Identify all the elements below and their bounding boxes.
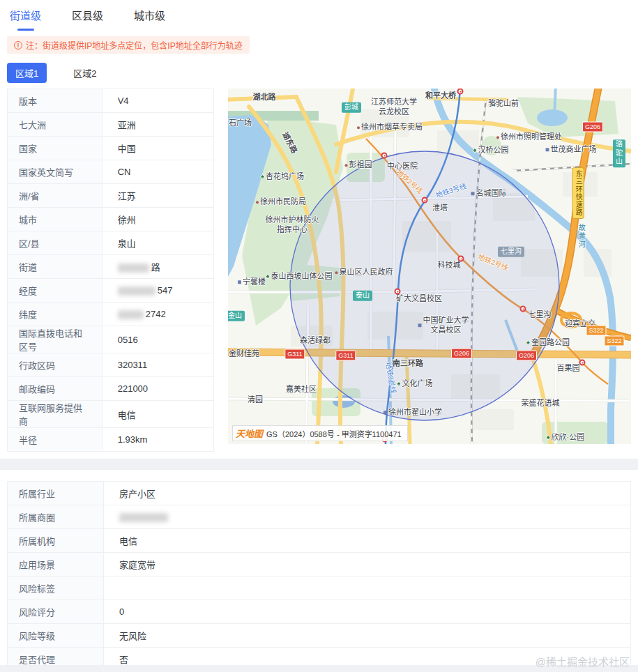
row-label: 洲/省	[8, 184, 102, 208]
info-table: 版本V4七大洲亚洲国家中国国家英文简写CN洲/省江苏城市徐州区/县泉山街道路经度…	[7, 89, 214, 452]
row-value: V4	[102, 89, 213, 113]
tab-城市级[interactable]: 城市级	[134, 8, 165, 31]
row-label: 街道	[8, 255, 102, 279]
table-row: 国际直拨电话和区号0516	[8, 326, 214, 353]
map-base-layer	[228, 89, 631, 444]
row-label: 区/县	[8, 231, 102, 255]
table-row: 经度547	[8, 279, 214, 303]
row-value: 1.93km	[102, 428, 213, 452]
row-label: 所属行业	[8, 482, 104, 505]
row-label: 邮政编码	[8, 377, 102, 401]
map-attribution: 天地图 GS（2024）0588号 - 甲测资字1100471	[232, 425, 408, 441]
table-row: 所属商圈	[8, 505, 631, 529]
tianditu-logo: 天地图	[236, 427, 263, 440]
row-value: 房产小区	[104, 482, 631, 505]
region-button[interactable]: 区域2	[65, 63, 105, 83]
metro-station-icon	[395, 289, 401, 295]
table-row: 国家中国	[8, 137, 214, 160]
row-label: 应用场景	[8, 553, 104, 576]
row-value: 亚洲	[102, 113, 213, 137]
detail-table: 所属行业房产小区所属商圈所属机构电信应用场景家庭宽带风险标签风险评分0风险等级无…	[7, 481, 631, 672]
content-row: 版本V4七大洲亚洲国家中国国家英文简写CN洲/省江苏城市徐州区/县泉山街道路经度…	[7, 89, 631, 452]
table-row: 七大洲亚洲	[8, 113, 214, 137]
tab-bar: 街道级区县级城市级	[0, 0, 638, 31]
table-row: 应用场景家庭宽带	[8, 553, 631, 576]
metro-station-icon	[458, 256, 464, 262]
row-value: 家庭宽带	[104, 553, 631, 576]
row-value	[104, 505, 631, 529]
row-value: CN	[102, 160, 213, 184]
row-label: 行政区码	[8, 353, 102, 377]
table-row: 风险标签	[8, 576, 631, 600]
metro-station-icon	[520, 306, 526, 312]
section-divider	[0, 459, 638, 470]
row-label: 风险评分	[8, 600, 104, 624]
table-row: 城市徐州	[8, 208, 214, 231]
row-label: 七大洲	[8, 113, 102, 137]
row-value: 547	[102, 279, 213, 303]
table-row: 互联网服务提供商电信	[8, 401, 214, 428]
metro-station-icon	[579, 360, 586, 366]
row-value: 320311	[102, 353, 213, 377]
row-label: 版本	[8, 89, 102, 113]
row-label: 风险标签	[8, 576, 104, 600]
table-row: 所属机构电信	[8, 529, 631, 553]
row-label: 纬度	[8, 303, 102, 326]
row-label: 经度	[8, 279, 102, 303]
redacted-value	[118, 287, 155, 296]
row-value: 徐州	[102, 208, 213, 231]
row-value: 电信	[102, 401, 213, 428]
metro-station-icon	[422, 197, 428, 204]
row-value: 中国	[102, 137, 213, 160]
radius-circle	[290, 151, 559, 420]
table-row: 区/县泉山	[8, 231, 214, 255]
table-row: 纬度2742	[8, 303, 214, 326]
map-canvas[interactable]: 湖北路寿石广场彭城江苏师范大学 云龙校区徐州市烟草专卖局湖东路彭祖园中心医院♠杏…	[228, 89, 631, 444]
table-row: 行政区码320311	[8, 353, 214, 377]
row-label: 国际直拨电话和区号	[8, 326, 102, 353]
row-label: 城市	[8, 208, 102, 231]
row-label: 国家英文简写	[8, 160, 102, 184]
row-label: 所属商圈	[8, 505, 104, 529]
table-row: 版本V4	[8, 89, 214, 113]
table-row: 风险评分0	[8, 600, 631, 624]
table-row: 所属行业房产小区	[8, 482, 631, 505]
table-row: 半径1.93km	[8, 428, 214, 452]
table-row: 国家英文简写CN	[8, 160, 214, 184]
table-row: 风险等级无风险	[8, 624, 631, 648]
row-value: 江苏	[102, 184, 213, 208]
row-value: 221000	[102, 377, 213, 401]
metro-station-icon	[381, 153, 388, 159]
row-label: 风险等级	[8, 624, 104, 648]
redacted-value	[119, 513, 168, 522]
row-label: 半径	[8, 428, 102, 452]
table-row: 街道路	[8, 255, 214, 279]
table-row: 洲/省江苏	[8, 184, 214, 208]
row-value: 电信	[104, 529, 631, 553]
row-label: 互联网服务提供商	[8, 401, 102, 428]
row-value: 0	[104, 600, 631, 624]
notice-bar: ! 注：街道级提供IP地址多点定位，包含IP地址全部行为轨迹	[7, 36, 250, 54]
notice-text: 注：街道级提供IP地址多点定位，包含IP地址全部行为轨迹	[26, 39, 243, 51]
redacted-value	[118, 310, 144, 319]
row-value: 泉山	[102, 231, 213, 255]
region-switcher: 区域1区域2	[7, 63, 638, 82]
page: 街道级区县级城市级 ! 注：街道级提供IP地址多点定位，包含IP地址全部行为轨迹…	[0, 0, 638, 672]
map-license-text: GS（2024）0588号 - 甲测资字1100471	[266, 428, 402, 439]
tab-街道级[interactable]: 街道级	[10, 8, 41, 31]
row-value	[104, 576, 631, 600]
redacted-value	[118, 264, 149, 273]
info-icon: !	[14, 41, 22, 49]
region-button[interactable]: 区域1	[7, 63, 47, 83]
row-label: 所属机构	[8, 529, 104, 553]
row-value: 2742	[102, 303, 213, 326]
row-label: 国家	[8, 137, 102, 160]
row-value: 无风险	[104, 624, 631, 648]
watermark: @稀土掘金技术社区	[536, 654, 630, 669]
table-row: 邮政编码221000	[8, 377, 214, 401]
metro-station-icon	[457, 89, 464, 95]
tab-区县级[interactable]: 区县级	[72, 8, 103, 31]
row-value: 路	[102, 255, 213, 279]
row-value: 0516	[102, 326, 213, 353]
